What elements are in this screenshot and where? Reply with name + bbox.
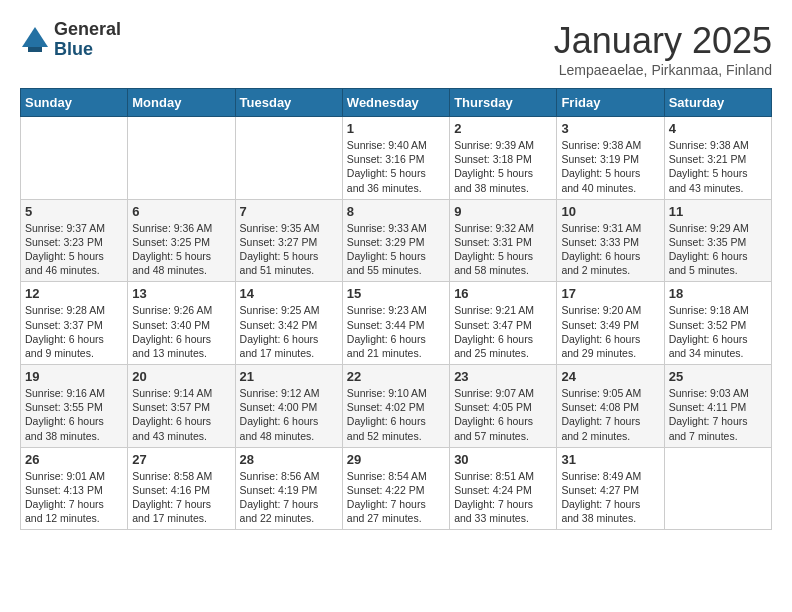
day-number: 27 <box>132 452 230 467</box>
day-info: Sunrise: 9:21 AMSunset: 3:47 PMDaylight:… <box>454 303 552 360</box>
day-number: 6 <box>132 204 230 219</box>
day-info: Sunrise: 9:12 AMSunset: 4:00 PMDaylight:… <box>240 386 338 443</box>
day-number: 17 <box>561 286 659 301</box>
logo-blue: Blue <box>54 40 121 60</box>
day-info: Sunrise: 9:37 AMSunset: 3:23 PMDaylight:… <box>25 221 123 278</box>
calendar-header-row: SundayMondayTuesdayWednesdayThursdayFrid… <box>21 89 772 117</box>
calendar-cell <box>128 117 235 200</box>
day-number: 26 <box>25 452 123 467</box>
day-number: 3 <box>561 121 659 136</box>
svg-rect-1 <box>28 47 42 52</box>
day-number: 2 <box>454 121 552 136</box>
calendar-cell: 8Sunrise: 9:33 AMSunset: 3:29 PMDaylight… <box>342 199 449 282</box>
day-number: 11 <box>669 204 767 219</box>
day-info: Sunrise: 8:58 AMSunset: 4:16 PMDaylight:… <box>132 469 230 526</box>
day-number: 22 <box>347 369 445 384</box>
calendar-cell <box>664 447 771 530</box>
day-number: 10 <box>561 204 659 219</box>
day-number: 18 <box>669 286 767 301</box>
calendar-cell: 5Sunrise: 9:37 AMSunset: 3:23 PMDaylight… <box>21 199 128 282</box>
day-number: 30 <box>454 452 552 467</box>
day-info: Sunrise: 9:38 AMSunset: 3:19 PMDaylight:… <box>561 138 659 195</box>
calendar-cell: 21Sunrise: 9:12 AMSunset: 4:00 PMDayligh… <box>235 365 342 448</box>
day-info: Sunrise: 9:40 AMSunset: 3:16 PMDaylight:… <box>347 138 445 195</box>
day-number: 29 <box>347 452 445 467</box>
logo-icon <box>20 25 50 55</box>
day-info: Sunrise: 8:56 AMSunset: 4:19 PMDaylight:… <box>240 469 338 526</box>
day-info: Sunrise: 8:54 AMSunset: 4:22 PMDaylight:… <box>347 469 445 526</box>
page-header: General Blue January 2025 Lempaeaelae, P… <box>20 20 772 78</box>
day-info: Sunrise: 9:18 AMSunset: 3:52 PMDaylight:… <box>669 303 767 360</box>
day-info: Sunrise: 9:16 AMSunset: 3:55 PMDaylight:… <box>25 386 123 443</box>
day-number: 13 <box>132 286 230 301</box>
day-number: 23 <box>454 369 552 384</box>
calendar-cell: 14Sunrise: 9:25 AMSunset: 3:42 PMDayligh… <box>235 282 342 365</box>
calendar-cell <box>21 117 128 200</box>
calendar-cell: 23Sunrise: 9:07 AMSunset: 4:05 PMDayligh… <box>450 365 557 448</box>
day-info: Sunrise: 9:26 AMSunset: 3:40 PMDaylight:… <box>132 303 230 360</box>
calendar-cell <box>235 117 342 200</box>
calendar-cell: 1Sunrise: 9:40 AMSunset: 3:16 PMDaylight… <box>342 117 449 200</box>
calendar-table: SundayMondayTuesdayWednesdayThursdayFrid… <box>20 88 772 530</box>
calendar-week-row: 26Sunrise: 9:01 AMSunset: 4:13 PMDayligh… <box>21 447 772 530</box>
calendar-cell: 12Sunrise: 9:28 AMSunset: 3:37 PMDayligh… <box>21 282 128 365</box>
calendar-cell: 13Sunrise: 9:26 AMSunset: 3:40 PMDayligh… <box>128 282 235 365</box>
day-info: Sunrise: 9:14 AMSunset: 3:57 PMDaylight:… <box>132 386 230 443</box>
day-info: Sunrise: 9:10 AMSunset: 4:02 PMDaylight:… <box>347 386 445 443</box>
day-info: Sunrise: 9:31 AMSunset: 3:33 PMDaylight:… <box>561 221 659 278</box>
day-number: 28 <box>240 452 338 467</box>
day-info: Sunrise: 9:20 AMSunset: 3:49 PMDaylight:… <box>561 303 659 360</box>
calendar-cell: 18Sunrise: 9:18 AMSunset: 3:52 PMDayligh… <box>664 282 771 365</box>
day-info: Sunrise: 9:36 AMSunset: 3:25 PMDaylight:… <box>132 221 230 278</box>
day-number: 25 <box>669 369 767 384</box>
calendar-cell: 7Sunrise: 9:35 AMSunset: 3:27 PMDaylight… <box>235 199 342 282</box>
day-number: 9 <box>454 204 552 219</box>
calendar-cell: 10Sunrise: 9:31 AMSunset: 3:33 PMDayligh… <box>557 199 664 282</box>
day-info: Sunrise: 9:39 AMSunset: 3:18 PMDaylight:… <box>454 138 552 195</box>
logo-text: General Blue <box>54 20 121 60</box>
month-title: January 2025 <box>554 20 772 62</box>
svg-marker-0 <box>22 27 48 47</box>
calendar-cell: 4Sunrise: 9:38 AMSunset: 3:21 PMDaylight… <box>664 117 771 200</box>
calendar-cell: 28Sunrise: 8:56 AMSunset: 4:19 PMDayligh… <box>235 447 342 530</box>
day-number: 12 <box>25 286 123 301</box>
day-number: 5 <box>25 204 123 219</box>
calendar-cell: 15Sunrise: 9:23 AMSunset: 3:44 PMDayligh… <box>342 282 449 365</box>
day-number: 31 <box>561 452 659 467</box>
day-number: 20 <box>132 369 230 384</box>
calendar-cell: 17Sunrise: 9:20 AMSunset: 3:49 PMDayligh… <box>557 282 664 365</box>
day-info: Sunrise: 9:33 AMSunset: 3:29 PMDaylight:… <box>347 221 445 278</box>
day-info: Sunrise: 9:32 AMSunset: 3:31 PMDaylight:… <box>454 221 552 278</box>
calendar-cell: 16Sunrise: 9:21 AMSunset: 3:47 PMDayligh… <box>450 282 557 365</box>
day-number: 21 <box>240 369 338 384</box>
calendar-cell: 27Sunrise: 8:58 AMSunset: 4:16 PMDayligh… <box>128 447 235 530</box>
weekday-header: Saturday <box>664 89 771 117</box>
logo: General Blue <box>20 20 121 60</box>
calendar-week-row: 19Sunrise: 9:16 AMSunset: 3:55 PMDayligh… <box>21 365 772 448</box>
location-subtitle: Lempaeaelae, Pirkanmaa, Finland <box>554 62 772 78</box>
calendar-cell: 3Sunrise: 9:38 AMSunset: 3:19 PMDaylight… <box>557 117 664 200</box>
day-info: Sunrise: 9:29 AMSunset: 3:35 PMDaylight:… <box>669 221 767 278</box>
day-number: 16 <box>454 286 552 301</box>
day-info: Sunrise: 9:01 AMSunset: 4:13 PMDaylight:… <box>25 469 123 526</box>
day-number: 19 <box>25 369 123 384</box>
day-number: 4 <box>669 121 767 136</box>
day-number: 1 <box>347 121 445 136</box>
calendar-week-row: 12Sunrise: 9:28 AMSunset: 3:37 PMDayligh… <box>21 282 772 365</box>
day-number: 14 <box>240 286 338 301</box>
logo-general: General <box>54 20 121 40</box>
day-info: Sunrise: 9:07 AMSunset: 4:05 PMDaylight:… <box>454 386 552 443</box>
day-number: 8 <box>347 204 445 219</box>
day-info: Sunrise: 9:23 AMSunset: 3:44 PMDaylight:… <box>347 303 445 360</box>
day-info: Sunrise: 9:05 AMSunset: 4:08 PMDaylight:… <box>561 386 659 443</box>
weekday-header: Friday <box>557 89 664 117</box>
calendar-week-row: 1Sunrise: 9:40 AMSunset: 3:16 PMDaylight… <box>21 117 772 200</box>
calendar-week-row: 5Sunrise: 9:37 AMSunset: 3:23 PMDaylight… <box>21 199 772 282</box>
day-info: Sunrise: 9:25 AMSunset: 3:42 PMDaylight:… <box>240 303 338 360</box>
calendar-cell: 30Sunrise: 8:51 AMSunset: 4:24 PMDayligh… <box>450 447 557 530</box>
weekday-header: Sunday <box>21 89 128 117</box>
day-info: Sunrise: 8:51 AMSunset: 4:24 PMDaylight:… <box>454 469 552 526</box>
calendar-cell: 29Sunrise: 8:54 AMSunset: 4:22 PMDayligh… <box>342 447 449 530</box>
day-info: Sunrise: 9:28 AMSunset: 3:37 PMDaylight:… <box>25 303 123 360</box>
day-number: 15 <box>347 286 445 301</box>
